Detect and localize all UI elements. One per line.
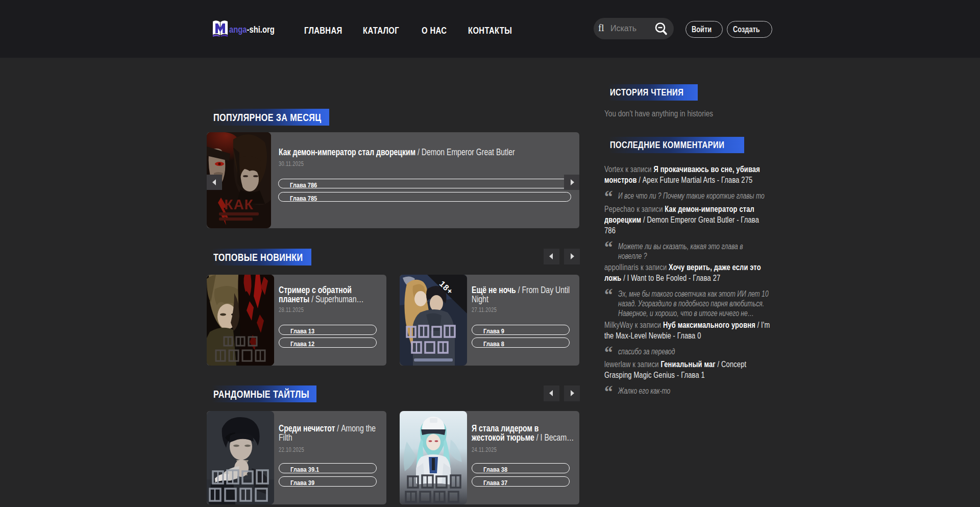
svg-text:КАК: КАК [224, 197, 253, 212]
